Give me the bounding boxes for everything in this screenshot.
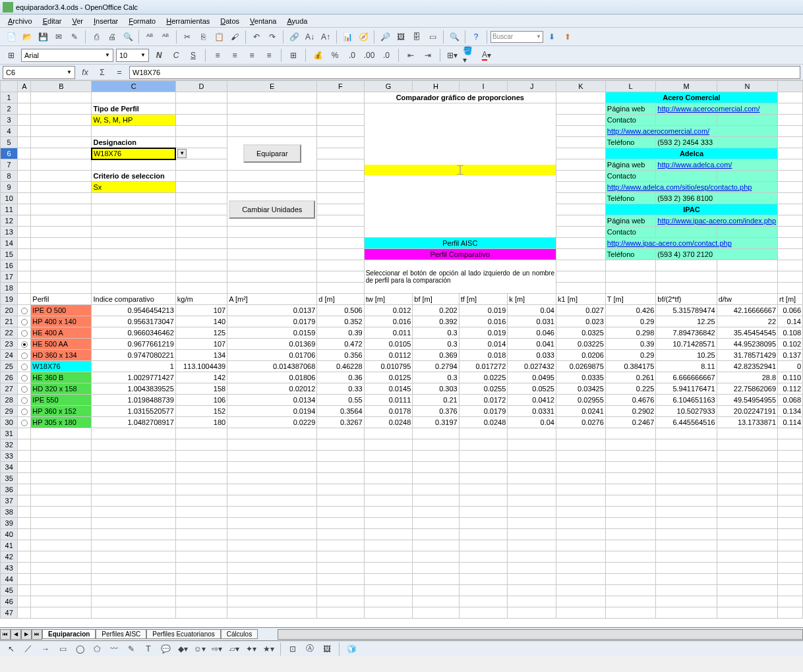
row-header-9[interactable]: 9 bbox=[1, 182, 18, 193]
row-header-26[interactable]: 26 bbox=[1, 372, 18, 383]
row-header-44[interactable]: 44 bbox=[1, 574, 18, 585]
sheet-tab-2[interactable]: Perfiles Ecuatorianos bbox=[146, 629, 221, 639]
name-box[interactable]: C6▼ bbox=[3, 66, 75, 79]
gallery-icon[interactable]: 🖼 bbox=[394, 30, 408, 44]
radio-29[interactable] bbox=[18, 406, 31, 417]
cut-icon[interactable]: ✂ bbox=[180, 30, 194, 44]
brush-icon[interactable]: 🖌 bbox=[227, 30, 242, 44]
align-justify-icon[interactable]: ≡ bbox=[262, 48, 276, 63]
new-icon[interactable]: 📄 bbox=[4, 30, 18, 44]
company-0-contact-url[interactable]: http://www.acerocomercial.com/ bbox=[605, 126, 777, 137]
align-center-icon[interactable]: ≡ bbox=[227, 48, 242, 63]
text-icon[interactable]: T bbox=[141, 642, 156, 656]
row-header-25[interactable]: 25 bbox=[1, 361, 18, 372]
autospell-icon[interactable]: ᴬᴮ bbox=[158, 30, 173, 44]
row-header-7[interactable]: 7 bbox=[1, 159, 18, 171]
radio-28[interactable] bbox=[18, 395, 31, 406]
row-header-32[interactable]: 32 bbox=[1, 439, 18, 451]
row-header-28[interactable]: 28 bbox=[1, 395, 18, 406]
spreadsheet-area[interactable]: ABCDEFGHIJKLMN1Comparador gráfico de pro… bbox=[0, 80, 803, 627]
row-header-36[interactable]: 36 bbox=[1, 484, 18, 495]
row-header-27[interactable]: 27 bbox=[1, 383, 18, 395]
fromfile-icon[interactable]: 🖼 bbox=[320, 642, 334, 656]
symbol-icon[interactable]: ☺▾ bbox=[193, 642, 207, 656]
row-header-4[interactable]: 4 bbox=[1, 126, 18, 137]
callouts-icon[interactable]: ✦▾ bbox=[244, 642, 258, 656]
row-header-23[interactable]: 23 bbox=[1, 339, 18, 350]
font-name-combo[interactable]: Arial▼ bbox=[21, 49, 113, 62]
sheet-tab-1[interactable]: Perfiles AISC bbox=[96, 629, 146, 639]
save-icon[interactable]: 💾 bbox=[36, 30, 50, 44]
indent-inc-icon[interactable]: ⇥ bbox=[421, 48, 435, 63]
shapes-icon[interactable]: ◆▾ bbox=[175, 642, 190, 656]
row-header-21[interactable]: 21 bbox=[1, 316, 18, 327]
col-header-G[interactable]: G bbox=[364, 81, 413, 92]
row-header-16[interactable]: 16 bbox=[1, 260, 18, 271]
col-header-B[interactable]: B bbox=[31, 81, 92, 92]
col-header-L[interactable]: L bbox=[605, 81, 655, 92]
open-icon[interactable]: 📂 bbox=[20, 30, 34, 44]
col-header-D[interactable]: D bbox=[175, 81, 227, 92]
row-header-46[interactable]: 46 bbox=[1, 596, 18, 607]
extrude-icon[interactable]: 🧊 bbox=[344, 642, 359, 656]
selected-cell[interactable]: W18X76 bbox=[92, 148, 175, 159]
row-header-15[interactable]: 15 bbox=[1, 249, 18, 260]
email-icon[interactable]: ✉ bbox=[51, 30, 66, 44]
datasource-icon[interactable]: 🗄 bbox=[409, 30, 424, 44]
row-header-20[interactable]: 20 bbox=[1, 305, 18, 316]
horizontal-scrollbar[interactable] bbox=[278, 629, 803, 640]
tab-last-icon[interactable]: ⏭ bbox=[32, 629, 42, 640]
nav-icon[interactable]: 🧭 bbox=[356, 30, 371, 44]
styles-icon[interactable]: ⊞ bbox=[4, 48, 18, 63]
menu-formato[interactable]: Formato bbox=[125, 16, 160, 26]
border-icon[interactable]: ⊞▾ bbox=[445, 48, 460, 63]
search-input[interactable]: Buscar▼ bbox=[491, 31, 543, 43]
line-icon[interactable]: ／ bbox=[21, 642, 36, 656]
rect-icon[interactable]: ▭ bbox=[55, 642, 70, 656]
row-header-13[interactable]: 13 bbox=[1, 227, 18, 238]
row-header-2[interactable]: 2 bbox=[1, 103, 18, 115]
number-icon[interactable]: .0 bbox=[345, 48, 359, 63]
menu-insertar[interactable]: Insertar bbox=[90, 16, 122, 26]
row-header-30[interactable]: 30 bbox=[1, 417, 18, 428]
menu-ver[interactable]: Ver bbox=[68, 16, 87, 26]
row-header-43[interactable]: 43 bbox=[1, 563, 18, 574]
row-header-24[interactable]: 24 bbox=[1, 350, 18, 361]
paste-icon[interactable]: 📋 bbox=[212, 30, 226, 44]
row-header-29[interactable]: 29 bbox=[1, 406, 18, 417]
row-header-5[interactable]: 5 bbox=[1, 137, 18, 148]
indent-dec-icon[interactable]: ⇤ bbox=[403, 48, 418, 63]
formula-input[interactable]: W18X76 bbox=[129, 66, 800, 79]
row-header-40[interactable]: 40 bbox=[1, 529, 18, 540]
stars-icon[interactable]: ★▾ bbox=[261, 642, 276, 656]
fontwork-icon[interactable]: Ⓐ bbox=[303, 642, 317, 656]
radio-26[interactable] bbox=[18, 372, 31, 383]
tab-prev-icon[interactable]: ◀ bbox=[11, 629, 21, 640]
remove-decimal-icon[interactable]: .0 bbox=[379, 48, 394, 63]
flowchart-icon[interactable]: ▱▾ bbox=[227, 642, 241, 656]
col-header-H[interactable]: H bbox=[413, 81, 459, 92]
row-header-45[interactable]: 45 bbox=[1, 585, 18, 596]
bold-icon[interactable]: N bbox=[152, 48, 166, 63]
menu-ayuda[interactable]: Ayuda bbox=[283, 16, 311, 26]
row-header-1[interactable]: 1 bbox=[1, 92, 18, 103]
align-left-icon[interactable]: ≡ bbox=[210, 48, 225, 63]
row-header-12[interactable]: 12 bbox=[1, 215, 18, 227]
menu-archivo[interactable]: Archivo bbox=[4, 16, 36, 26]
cambiar-unidades-button[interactable]: Cambiar Unidades bbox=[229, 200, 315, 219]
sum-icon[interactable]: Σ bbox=[95, 65, 109, 80]
help-icon[interactable]: ? bbox=[469, 30, 483, 44]
row-header-19[interactable]: 19 bbox=[1, 294, 18, 305]
col-header-N[interactable]: N bbox=[717, 81, 777, 92]
ellipse-icon[interactable]: ◯ bbox=[73, 642, 87, 656]
sort-asc-icon[interactable]: A↓ bbox=[303, 30, 317, 44]
row-header-38[interactable]: 38 bbox=[1, 507, 18, 518]
callout-icon[interactable]: 💬 bbox=[158, 642, 173, 656]
row-header-33[interactable]: 33 bbox=[1, 451, 18, 462]
curve-icon[interactable]: 〰 bbox=[107, 642, 121, 656]
designacion-dropdown[interactable]: ▼ bbox=[177, 149, 187, 158]
search-down-icon[interactable]: ⬇ bbox=[545, 30, 559, 44]
spell-icon[interactable]: ᴬᴮ bbox=[142, 30, 157, 44]
col-header-K[interactable]: K bbox=[556, 81, 605, 92]
redo-icon[interactable]: ↷ bbox=[265, 30, 280, 44]
